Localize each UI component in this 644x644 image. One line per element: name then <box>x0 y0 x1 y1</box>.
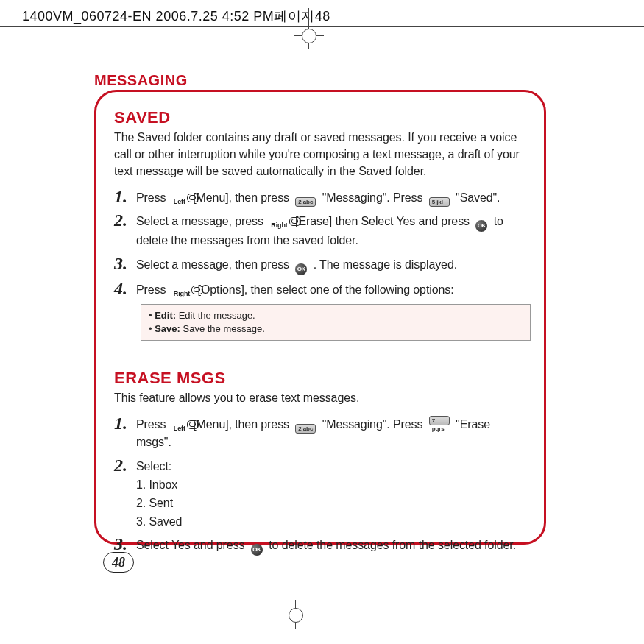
key-2-icon: 2 abc <box>295 424 316 434</box>
text: to delete the messages from the selected… <box>269 539 516 551</box>
ok-key-icon: OK <box>295 263 307 275</box>
step-number: 3. <box>114 255 136 272</box>
saved-heading: SAVED <box>114 108 526 127</box>
text: [Options], then select one of the follow… <box>198 283 454 296</box>
step-number: 1. <box>114 188 136 205</box>
step-body: Select Yes and press OK to delete the me… <box>136 535 526 556</box>
ok-key-icon: OK <box>475 220 487 232</box>
text: Select a message, then press <box>136 258 292 271</box>
text: Press <box>136 191 169 204</box>
text: [Erase] then Select Yes and press <box>295 215 473 227</box>
list-item: 1. Inbox <box>136 476 526 495</box>
text: . The message is displayed. <box>314 258 457 271</box>
select-list: 1. Inbox 2. Sent 3. Saved <box>136 476 526 531</box>
saved-step-3: 3. Select a message, then press OK . The… <box>114 255 526 275</box>
erase-step-1: 1. Press Left [Menu], then press 2 abc "… <box>114 414 526 453</box>
saved-step-4: 4. Press Right [Options], then select on… <box>114 280 526 300</box>
erase-step-2: 2. Select: 1. Inbox 2. Sent 3. Saved <box>114 456 526 531</box>
option-edit: Edit: Edit the message. <box>149 309 523 322</box>
text: Press <box>136 418 169 431</box>
saved-step-2: 2. Select a message, press Right [Erase]… <box>114 211 526 250</box>
list-item: 3. Saved <box>136 513 526 531</box>
document-header: 1400VM_060724-EN 2006.7.25 4:52 PM페이지48 <box>22 7 330 25</box>
step-number: 2. <box>114 456 136 474</box>
step-body: Press Left [Menu], then press 2 abc "Mes… <box>136 188 526 208</box>
text: "Messaging". Press <box>322 191 426 204</box>
left-softkey-icon: Left <box>172 191 187 203</box>
erase-intro: This feature allows you to erase text me… <box>114 389 526 406</box>
right-softkey-icon: Right <box>172 283 192 295</box>
step-number: 2. <box>114 211 136 229</box>
section-title: MESSAGING <box>94 72 188 89</box>
crop-mark-top <box>296 23 322 49</box>
key-5-icon: 5 jkl <box>429 197 450 207</box>
erase-step-3: 3. Select Yes and press OK to delete the… <box>114 535 526 556</box>
left-softkey-icon: Left <box>172 418 187 430</box>
step-number: 4. <box>114 280 136 297</box>
right-softkey-icon: Right <box>269 215 289 227</box>
erase-heading: ERASE MSGS <box>114 369 526 388</box>
page: 1400VM_060724-EN 2006.7.25 4:52 PM페이지48 … <box>0 0 644 644</box>
text: Select a message, press <box>136 215 266 227</box>
text: Press <box>136 283 169 296</box>
step-body: Select: 1. Inbox 2. Sent 3. Saved <box>136 456 526 531</box>
step-number: 3. <box>114 535 136 553</box>
page-number: 48 <box>103 552 134 573</box>
text: [Menu], then press <box>193 191 292 204</box>
step-number: 1. <box>114 414 136 432</box>
text: [Menu], then press <box>193 418 292 431</box>
list-item: 2. Sent <box>136 495 526 513</box>
content-panel: SAVED The Saved folder contains any draf… <box>94 90 546 545</box>
option-save: Save: Save the message. <box>149 322 523 336</box>
text: "Saved". <box>456 191 500 204</box>
text: Select Yes and press <box>136 539 248 551</box>
step-body: Press Right [Options], then select one o… <box>136 280 526 300</box>
key-7-icon: 7 pqrs <box>429 416 450 425</box>
step-body: Press Left [Menu], then press 2 abc "Mes… <box>136 414 526 453</box>
options-box: Edit: Edit the message. Save: Save the m… <box>141 304 531 341</box>
saved-step-1: 1. Press Left [Menu], then press 2 abc "… <box>114 188 526 208</box>
step-body: Select a message, press Right [Erase] th… <box>136 211 526 250</box>
saved-intro: The Saved folder contains any draft or s… <box>114 129 526 180</box>
text: "Messaging". Press <box>322 418 426 431</box>
text: Select: <box>136 460 171 473</box>
key-2-icon: 2 abc <box>295 197 316 207</box>
ok-key-icon: OK <box>251 544 263 556</box>
step-body: Select a message, then press OK . The me… <box>136 255 526 275</box>
